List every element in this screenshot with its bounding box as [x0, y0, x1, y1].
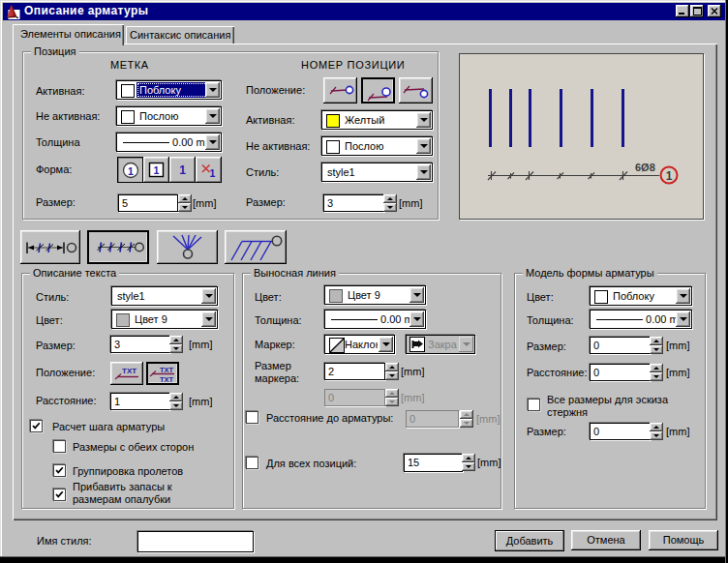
svg-text:1: 1 — [154, 164, 160, 176]
svg-text:TXT: TXT — [160, 375, 174, 383]
svg-text:TXT: TXT — [122, 367, 136, 375]
svg-text:1: 1 — [666, 169, 673, 183]
svg-text:6Ø8: 6Ø8 — [635, 162, 655, 173]
svg-text:1: 1 — [210, 167, 216, 179]
svg-text:1: 1 — [179, 163, 186, 177]
svg-text:TXT: TXT — [160, 366, 174, 374]
svg-text:1: 1 — [128, 165, 134, 177]
